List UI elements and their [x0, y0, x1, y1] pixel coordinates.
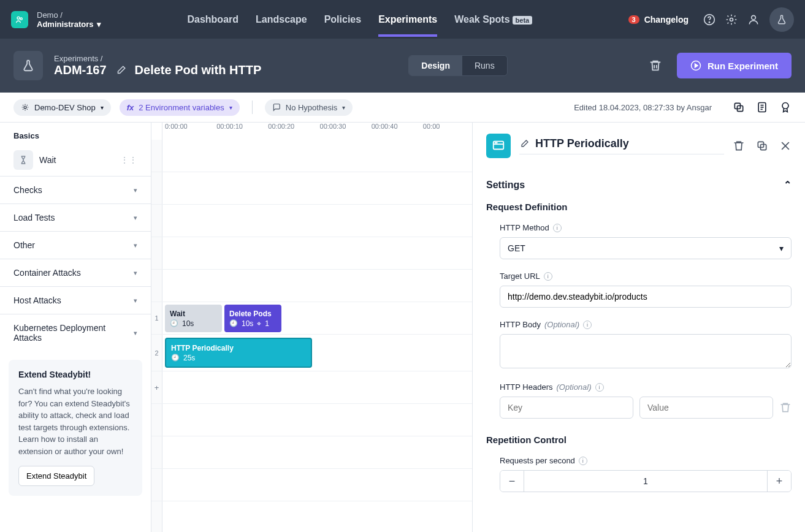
sidebar-group-label: Kubernetes Deployment Attacks: [13, 323, 134, 343]
tab-runs[interactable]: Runs: [462, 56, 507, 75]
notes-icon[interactable]: [756, 101, 768, 113]
target-url-input[interactable]: [500, 286, 792, 308]
clock-icon: 🕘: [229, 319, 238, 327]
nav-weakspots[interactable]: Weak Spotsbeta: [454, 14, 532, 25]
close-icon[interactable]: [779, 140, 792, 152]
extend-card: Extend Steadybit! Can't find what you're…: [9, 360, 142, 496]
header-key-input[interactable]: [500, 397, 633, 419]
main-layout: Basics Wait ⋮⋮ Checks▾ Load Tests▾ Other…: [0, 123, 805, 532]
sidebar-group-label: Checks: [13, 185, 42, 195]
nav-weakspots-label: Weak Spots: [454, 14, 509, 25]
changelog-link[interactable]: 3 Changelog: [628, 15, 689, 25]
http-body-field: HTTP Body (Optional)i: [486, 320, 792, 370]
timeline-block-delete-pods[interactable]: Delete Pods 🕘10s ⌖ 1: [224, 305, 281, 332]
info-icon[interactable]: i: [553, 224, 562, 232]
user-icon[interactable]: [747, 13, 760, 26]
http-body-input[interactable]: [500, 334, 792, 368]
timeline-block-wait[interactable]: Wait 🕘10s: [165, 305, 222, 332]
sidebar-item-wait[interactable]: Wait ⋮⋮: [0, 144, 151, 176]
changelog-count: 3: [628, 15, 639, 24]
sidebar-group-container-attacks[interactable]: Container Attacks▾: [0, 259, 151, 286]
hypothesis-label: No Hypothesis: [286, 103, 338, 112]
http-headers-field: HTTP Headers (Optional)i: [486, 382, 792, 419]
copy-icon[interactable]: [733, 101, 745, 113]
nav-links: Dashboard Landscape Policies Experiments…: [187, 14, 532, 25]
info-icon[interactable]: i: [595, 383, 604, 392]
experiment-header: Experiments / ADM-167 Delete Pod with HT…: [0, 39, 805, 93]
rps-value[interactable]: 1: [524, 471, 768, 492]
timeline-block-http-periodically[interactable]: HTTP Periodically 🕘25s: [165, 338, 312, 368]
panel-header: HTTP Periodically: [473, 123, 805, 169]
nav-landscape[interactable]: Landscape: [256, 14, 307, 25]
actions-sidebar: Basics Wait ⋮⋮ Checks▾ Load Tests▾ Other…: [0, 123, 151, 532]
svg-point-18: [497, 143, 497, 143]
block-meta: 10s: [242, 319, 253, 328]
team-role: Administrators: [37, 20, 93, 29]
edit-icon[interactable]: [115, 65, 126, 76]
sidebar-group-k8s-attacks[interactable]: Kubernetes Deployment Attacks▾: [0, 314, 151, 351]
sidebar-group-other[interactable]: Other▾: [0, 231, 151, 259]
gear-icon[interactable]: [725, 13, 738, 26]
http-method-select[interactable]: GET ▾: [500, 237, 792, 259]
sidebar-group-label: Host Attacks: [13, 295, 61, 305]
env-vars-pill[interactable]: fx 2 Environment variables ▾: [120, 99, 240, 116]
rps-decrement-button[interactable]: −: [500, 471, 524, 492]
block-meta: 25s: [183, 354, 195, 362]
rps-stepper: − 1 +: [500, 470, 792, 492]
target-icon: ⌖: [257, 319, 261, 328]
header-value-input[interactable]: [639, 397, 773, 419]
http-method-label: HTTP Method: [500, 223, 549, 232]
tab-design[interactable]: Design: [409, 56, 462, 75]
extend-steadybit-button[interactable]: Extend Steadybit: [18, 466, 94, 486]
timeline-body: 1 Wait 🕘10s Delete Pods 🕘10s ⌖ 1 2: [151, 140, 472, 532]
nav-policies[interactable]: Policies: [324, 14, 361, 25]
nav-dashboard[interactable]: Dashboard: [187, 14, 238, 25]
block-title: Wait: [170, 310, 217, 318]
optional-label: (Optional): [556, 382, 591, 392]
team-selector[interactable]: Demo / Administrators ▾: [37, 10, 101, 29]
clock-icon: 🕘: [170, 319, 178, 327]
run-experiment-label: Run Experiment: [708, 61, 778, 71]
sidebar-group-host-attacks[interactable]: Host Attacks▾: [0, 286, 151, 314]
rps-label: Requests per second: [500, 456, 575, 465]
sidebar-group-checks[interactable]: Checks▾: [0, 176, 151, 203]
chevron-down-icon: ▾: [134, 214, 137, 222]
avatar[interactable]: [769, 7, 794, 32]
help-icon[interactable]: [703, 13, 715, 26]
timeline: 0:00:00 00:00:10 00:00:20 00:00:30 00:00…: [151, 123, 472, 532]
add-row-button[interactable]: +: [151, 371, 162, 403]
hypothesis-pill[interactable]: No Hypothesis ▾: [265, 99, 353, 116]
environment-pill[interactable]: Demo-DEV Shop ▾: [13, 99, 111, 116]
settings-header[interactable]: Settings ⌃: [486, 179, 792, 191]
sidebar-group-loadtests[interactable]: Load Tests▾: [0, 203, 151, 231]
panel-actions: [733, 140, 792, 152]
tl-row-number: 1: [151, 302, 162, 334]
target-url-field: Target URLi: [486, 272, 792, 308]
tl-tick: 00:00:30: [318, 123, 369, 140]
chevron-down-icon: ▾: [134, 241, 137, 249]
settings-section: Settings ⌃ Request Definition HTTP Metho…: [473, 169, 805, 502]
info-icon[interactable]: i: [579, 457, 587, 465]
badge-icon[interactable]: [779, 101, 792, 113]
info-icon[interactable]: i: [583, 321, 592, 329]
toolbar-icons: [733, 101, 792, 113]
delete-step-icon[interactable]: [733, 140, 745, 152]
http-headers-label: HTTP Headers: [500, 382, 552, 392]
nav-experiments[interactable]: Experiments: [378, 14, 437, 25]
run-experiment-button[interactable]: Run Experiment: [677, 53, 792, 78]
experiment-icon: [13, 51, 43, 80]
edit-icon[interactable]: [519, 139, 529, 149]
delete-experiment-icon[interactable]: [649, 59, 662, 72]
svg-point-4: [730, 18, 733, 21]
info-icon[interactable]: i: [544, 272, 552, 281]
beta-badge: beta: [513, 16, 533, 25]
svg-point-14: [782, 103, 788, 109]
drag-handle-icon[interactable]: ⋮⋮: [120, 155, 137, 165]
breadcrumb[interactable]: Experiments: [54, 54, 98, 63]
copy-step-icon[interactable]: [756, 140, 768, 152]
top-nav: Demo / Administrators ▾ Dashboard Landsc…: [0, 0, 805, 39]
delete-header-icon[interactable]: [779, 401, 792, 414]
timeline-header: 0:00:00 00:00:10 00:00:20 00:00:30 00:00…: [151, 123, 472, 140]
repetition-control-heading: Repetition Control: [486, 435, 792, 445]
rps-increment-button[interactable]: +: [768, 471, 791, 492]
